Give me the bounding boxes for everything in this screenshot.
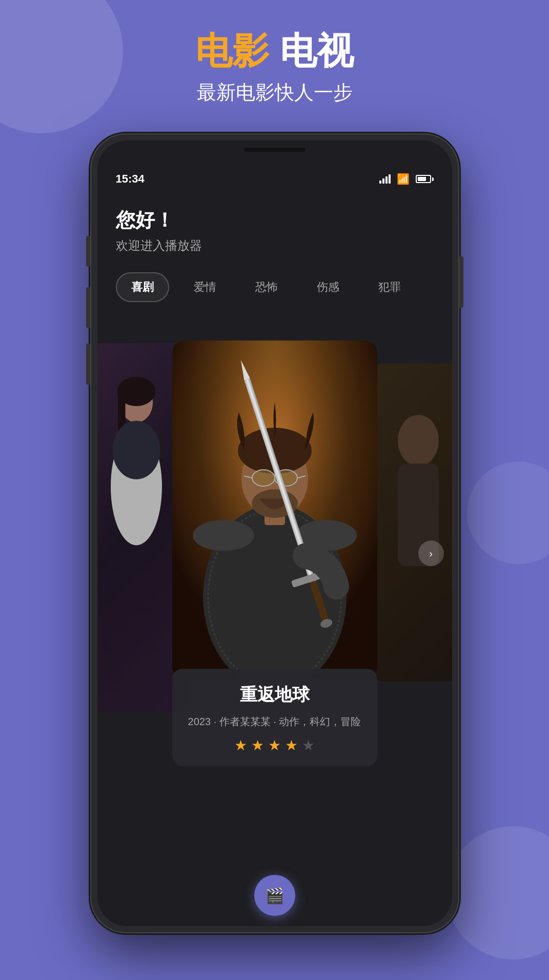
featured-movie-card[interactable]: 重返地球 2023 · 作者某某某 · 动作，科幻，冒险 ★ ★ ★ ★ ★: [172, 341, 377, 766]
movie-card-right[interactable]: [372, 364, 452, 682]
movie-meta: 2023 · 作者某某某 · 动作，科幻，冒险: [188, 715, 362, 729]
header-section: 电影 电视 最新电影快人一步: [0, 31, 549, 106]
genre-tab-horror[interactable]: 恐怖: [241, 273, 292, 301]
genre-tab-comedy[interactable]: 喜剧: [116, 272, 169, 302]
star-1: ★: [234, 737, 247, 754]
wifi-icon: 📶: [397, 173, 410, 185]
greeting-section: 您好！ 欢迎进入播放器: [116, 192, 434, 254]
svg-point-6: [398, 415, 439, 466]
movies-carousel: ›: [116, 323, 434, 784]
genre-tab-sad[interactable]: 伤感: [302, 273, 354, 301]
bottom-navigation: 🎬: [97, 875, 452, 916]
status-bar: 15:34 📶: [97, 166, 452, 192]
phone-power-button: [459, 256, 463, 308]
header-subtitle: 最新电影快人一步: [0, 79, 549, 106]
status-time: 15:34: [116, 172, 145, 186]
phone-speaker: [244, 148, 306, 152]
phone-volume-up-button: [86, 287, 90, 328]
female-figure-icon: [97, 358, 177, 615]
warrior-illustration: [172, 341, 377, 679]
star-5: ★: [302, 737, 315, 754]
star-2: ★: [251, 737, 264, 754]
movie-title: 重返地球: [188, 683, 362, 707]
bg-decoration-circle-br: [446, 826, 549, 959]
header-title-tv: 电视: [280, 30, 354, 71]
genre-tab-romance[interactable]: 爱情: [179, 273, 231, 301]
status-icons: 📶: [379, 173, 434, 185]
featured-movie-image: [172, 341, 377, 679]
header-title: 电影 电视: [0, 31, 549, 71]
svg-point-17: [252, 470, 275, 486]
header-title-movie: 电影: [195, 30, 269, 71]
star-4: ★: [285, 737, 298, 754]
greeting-title: 您好！: [116, 207, 434, 233]
app-content: 您好！ 欢迎进入播放器 喜剧 爱情 恐怖 伤感 犯罪: [97, 192, 452, 926]
movie-nav-icon: 🎬: [265, 887, 284, 905]
movie-info-card: 重返地球 2023 · 作者某某某 · 动作，科幻，冒险 ★ ★ ★ ★ ★: [172, 669, 377, 766]
home-nav-button[interactable]: 🎬: [254, 875, 295, 916]
greeting-subtitle: 欢迎进入播放器: [116, 237, 434, 254]
genre-tabs: 喜剧 爱情 恐怖 伤感 犯罪: [116, 272, 434, 302]
phone-mute-button: [86, 236, 90, 267]
phone-volume-down-button: [86, 344, 90, 385]
phone-mockup: 15:34 📶: [90, 133, 459, 933]
signal-icon: [379, 174, 391, 184]
bg-decoration-circle-mr: [467, 462, 549, 564]
svg-point-5: [112, 421, 160, 479]
next-card-button[interactable]: ›: [418, 541, 444, 566]
phone-screen: 15:34 📶: [97, 141, 452, 926]
phone-top-bar: [97, 141, 452, 166]
battery-icon: [416, 175, 434, 183]
genre-tab-crime[interactable]: 犯罪: [364, 273, 415, 301]
svg-point-11: [193, 520, 254, 551]
right-card-figure-icon: [372, 364, 452, 682]
star-3: ★: [268, 737, 281, 754]
movie-rating: ★ ★ ★ ★ ★: [188, 737, 362, 754]
